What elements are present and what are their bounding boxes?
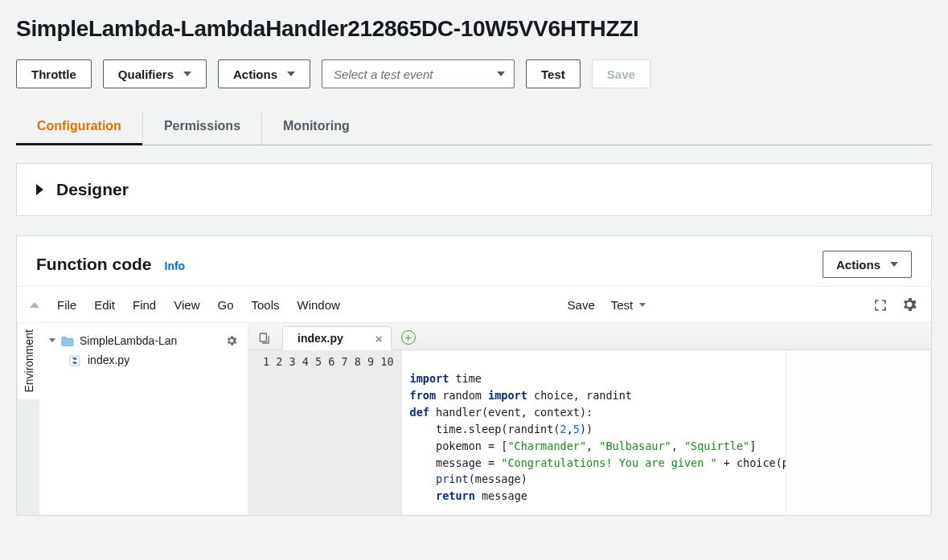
editor-tab-strip: index.py × +: [248, 323, 931, 350]
save-button[interactable]: Save: [592, 59, 650, 88]
environment-tab[interactable]: Environment: [17, 323, 39, 399]
chevron-down-icon: [287, 72, 295, 76]
chevron-down-icon[interactable]: [639, 303, 646, 307]
minimap[interactable]: [786, 350, 930, 515]
menu-file[interactable]: File: [57, 298, 76, 312]
svg-rect-0: [70, 356, 80, 366]
menu-find[interactable]: Find: [133, 298, 156, 312]
disclosure-icon[interactable]: [36, 184, 43, 195]
action-toolbar: Throttle Qualifiers Actions Select a tes…: [16, 59, 932, 88]
designer-panel: Designer: [16, 163, 932, 216]
page-title: SimpleLambda-LambdaHandler212865DC-10W5V…: [16, 16, 932, 42]
test-event-select-wrap: Select a test event: [322, 59, 515, 88]
actions-dropdown[interactable]: Actions: [218, 59, 310, 88]
new-tab-button[interactable]: +: [401, 330, 416, 345]
throttle-button[interactable]: Throttle: [16, 59, 92, 88]
fc-actions-label: Actions: [836, 258, 880, 272]
chevron-down-icon: [890, 262, 898, 267]
test-event-select[interactable]: Select a test event: [322, 59, 515, 88]
gear-icon[interactable]: [225, 333, 238, 347]
fullscreen-icon[interactable]: [873, 296, 888, 312]
actions-label: Actions: [233, 67, 277, 81]
tree-file-name: index.py: [88, 354, 129, 366]
qualifiers-dropdown[interactable]: Qualifiers: [103, 59, 207, 88]
ide-save-button[interactable]: Save: [568, 298, 595, 312]
main-tabs: Configuration Permissions Monitoring: [16, 111, 932, 145]
editor-area: index.py × + 1 2 3 4 5 6 7 8 9 10 import…: [248, 323, 931, 515]
editor-tab[interactable]: index.py ×: [282, 326, 392, 350]
env-gutter: [17, 399, 39, 515]
svg-rect-1: [260, 333, 266, 341]
collapse-icon[interactable]: [30, 302, 39, 308]
code-editor: File Edit Find View Go Tools Window Save…: [17, 286, 931, 515]
function-code-panel: Function code Info Actions File Edit Fin…: [16, 235, 932, 516]
menu-window[interactable]: Window: [298, 298, 340, 312]
folder-icon: [60, 334, 75, 347]
ide-menubar: File Edit Find View Go Tools Window Save…: [17, 287, 931, 322]
close-icon[interactable]: ×: [376, 333, 383, 345]
qualifiers-label: Qualifiers: [118, 67, 174, 81]
file-tree: SimpleLambda-Lan index.py: [39, 323, 248, 515]
documents-icon[interactable]: [256, 330, 271, 345]
python-file-icon: [68, 353, 81, 366]
designer-title: Designer: [56, 180, 129, 199]
line-gutter: 1 2 3 4 5 6 7 8 9 10: [248, 350, 402, 515]
tree-file[interactable]: index.py: [46, 353, 241, 366]
info-link[interactable]: Info: [165, 260, 186, 272]
tab-permissions[interactable]: Permissions: [143, 111, 262, 145]
menu-go[interactable]: Go: [217, 298, 233, 312]
tree-root-name: SimpleLambda-Lan: [80, 334, 177, 347]
ide-test-button[interactable]: Test: [611, 298, 634, 312]
function-code-actions-dropdown[interactable]: Actions: [823, 251, 912, 278]
menu-tools[interactable]: Tools: [251, 298, 279, 312]
gear-icon[interactable]: [901, 296, 918, 313]
menu-view[interactable]: View: [174, 298, 199, 312]
test-button[interactable]: Test: [526, 59, 581, 88]
tab-configuration[interactable]: Configuration: [16, 111, 143, 145]
function-code-title: Function code: [36, 255, 152, 274]
chevron-down-icon: [49, 338, 55, 342]
editor-tab-label: index.py: [298, 332, 343, 345]
chevron-down-icon: [183, 72, 191, 76]
tab-monitoring[interactable]: Monitoring: [262, 111, 371, 145]
tree-root[interactable]: SimpleLambda-Lan: [46, 331, 241, 349]
menu-edit[interactable]: Edit: [94, 298, 115, 312]
code-text[interactable]: import time from random import choice, r…: [402, 350, 786, 515]
